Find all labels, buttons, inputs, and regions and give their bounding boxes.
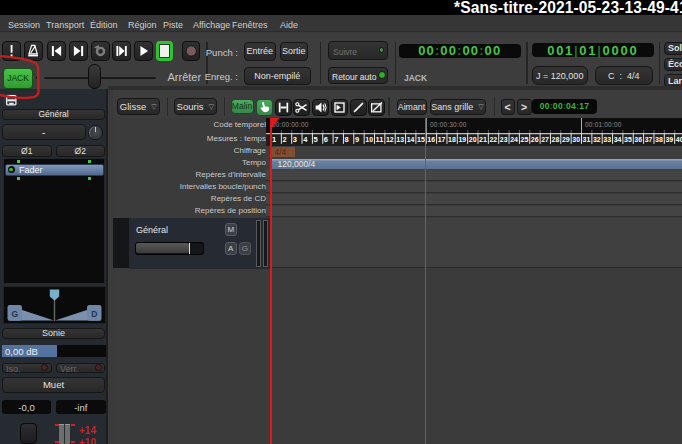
svg-text:G: G (11, 309, 18, 319)
svg-text:21: 21 (479, 135, 487, 144)
svg-text:12: 12 (386, 135, 394, 144)
svg-text:36: 36 (634, 135, 642, 144)
svg-text:18: 18 (448, 135, 456, 144)
svg-text:37: 37 (645, 135, 653, 144)
svg-text:34: 34 (614, 135, 623, 144)
svg-text:7: 7 (334, 135, 338, 144)
svg-text:1: 1 (272, 135, 276, 144)
svg-text:16: 16 (427, 135, 435, 144)
svg-text:15: 15 (417, 135, 425, 144)
svg-text:17: 17 (438, 135, 446, 144)
svg-text:26: 26 (531, 135, 539, 144)
svg-text:14: 14 (407, 135, 416, 144)
svg-text:39: 39 (665, 135, 673, 144)
svg-text:24: 24 (510, 135, 519, 144)
svg-text:2: 2 (282, 135, 286, 144)
svg-text:10: 10 (365, 135, 373, 144)
svg-text:25: 25 (521, 135, 529, 144)
svg-text:8: 8 (345, 135, 349, 144)
svg-text:19: 19 (458, 135, 466, 144)
svg-text:13: 13 (396, 135, 404, 144)
svg-text:6: 6 (324, 135, 328, 144)
svg-text:23: 23 (500, 135, 508, 144)
svg-text:29: 29 (562, 135, 570, 144)
svg-text:27: 27 (541, 135, 549, 144)
svg-text:11: 11 (376, 135, 384, 144)
svg-text:28: 28 (552, 135, 560, 144)
svg-text:4: 4 (303, 135, 308, 144)
svg-text:9: 9 (355, 135, 359, 144)
svg-text:3: 3 (293, 135, 297, 144)
svg-text:D: D (91, 309, 97, 319)
svg-text:22: 22 (489, 135, 497, 144)
svg-text:40: 40 (676, 135, 682, 144)
svg-text:5: 5 (314, 135, 318, 144)
svg-text:38: 38 (655, 135, 663, 144)
svg-text:30: 30 (572, 135, 580, 144)
svg-text:32: 32 (593, 135, 601, 144)
svg-text:20: 20 (469, 135, 477, 144)
svg-text:31: 31 (583, 135, 591, 144)
svg-text:33: 33 (603, 135, 611, 144)
svg-text:35: 35 (624, 135, 632, 144)
